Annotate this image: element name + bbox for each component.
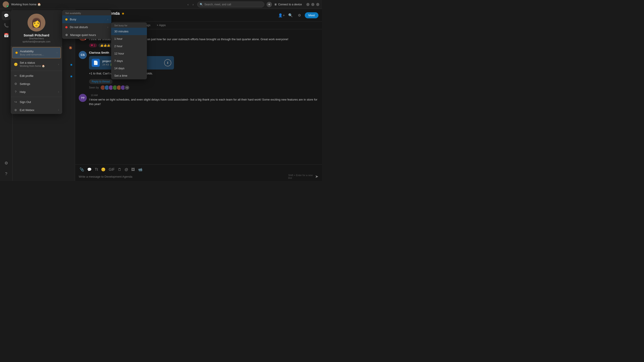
- avail-item-dnd[interactable]: Do not disturb ›: [62, 23, 111, 31]
- busy-item-30min[interactable]: 30 minutes: [111, 28, 147, 35]
- sign-out-label: Sign Out: [20, 100, 31, 104]
- avail-item-busy[interactable]: Busy ›: [62, 15, 111, 23]
- video-icon[interactable]: 📹: [137, 166, 143, 173]
- menu-divider: [11, 71, 62, 71]
- busy-dot: [65, 18, 68, 20]
- chevron-right-icon: ›: [58, 63, 59, 66]
- titlebar: Working from home 🏠 ‹ › 🔍 Search, meet, …: [0, 0, 322, 9]
- sidebar-calendar-icon[interactable]: 📅: [2, 31, 11, 40]
- edit-icon: ✏: [14, 74, 18, 77]
- unread-dot: [70, 64, 72, 66]
- chevron-right-icon: ›: [56, 51, 58, 54]
- mute-icon: 🔕: [69, 46, 72, 49]
- star-icon[interactable]: ★: [122, 11, 124, 16]
- close-button[interactable]: ×: [316, 3, 319, 6]
- avail-quiet-label: Manage quiet hours: [70, 33, 96, 37]
- search-bar[interactable]: 🔍 Search, meet, and call: [197, 1, 264, 7]
- mention-icon[interactable]: @: [124, 167, 129, 173]
- file-size: 24 KB: [102, 63, 109, 66]
- avail-header: Set availability: [62, 10, 111, 15]
- availability-label: Availability: [20, 50, 44, 53]
- search-chat-icon[interactable]: 🔍: [287, 12, 294, 19]
- set-status-label: Set a status: [20, 61, 45, 64]
- tab-apps[interactable]: + Apps: [154, 22, 168, 29]
- menu-divider: [11, 97, 62, 97]
- busy-item-7days[interactable]: 7 days: [111, 57, 147, 64]
- sidebar-calls-icon[interactable]: 📞: [2, 21, 11, 30]
- seen-more: +2: [124, 85, 130, 90]
- sender-name: Clarissa Smith: [89, 51, 109, 54]
- busy-item-2hour[interactable]: 2 hour: [111, 42, 147, 50]
- reaction-heart[interactable]: ❤ 1: [89, 43, 97, 47]
- chat-toolbar: 📎 💬 Tt 😊 GIF 🗒 @ 🖼 📹: [79, 166, 318, 173]
- reply-thread-button[interactable]: Reply to thread: [89, 79, 112, 84]
- emoji-icon[interactable]: 😊: [100, 166, 106, 173]
- settings-icon[interactable]: ⚙: [2, 159, 11, 168]
- search-placeholder: Search, meet, and call: [204, 3, 231, 6]
- titlebar-title: Working from home 🏠: [11, 3, 184, 6]
- message-time: 10 AM: [91, 94, 98, 96]
- profile-menu: 👩 Sonali Pritchard She/Her/Hers spritcha…: [11, 10, 62, 114]
- help-icon[interactable]: ?: [2, 169, 11, 178]
- menu-item-exit[interactable]: ⊗ Exit Webex ›: [11, 106, 62, 114]
- chevron-right-icon: ›: [107, 18, 108, 21]
- maximize-button[interactable]: □: [311, 3, 314, 6]
- connect-device[interactable]: 🖥 Connect to a device: [274, 3, 302, 6]
- thread-icon[interactable]: 💬: [86, 166, 92, 173]
- avail-dnd-label: Do not disturb: [70, 25, 88, 29]
- format-icon[interactable]: Tt: [94, 167, 99, 173]
- chevron-right-icon: ›: [58, 90, 59, 93]
- titlebar-avatar[interactable]: [3, 1, 9, 7]
- image-icon[interactable]: 🖼: [130, 167, 136, 173]
- message-input[interactable]: [79, 174, 286, 179]
- gif-icon[interactable]: GIF: [108, 167, 116, 173]
- avail-busy-label: Busy: [70, 18, 76, 21]
- edit-profile-label: Edit profile: [20, 74, 33, 77]
- message-text: I know we're on tight schedules, and eve…: [89, 97, 318, 106]
- back-button[interactable]: ‹: [186, 2, 190, 7]
- table-row: ?? 10 AM I know we're on tight schedules…: [79, 94, 318, 106]
- attach-icon[interactable]: 📎: [79, 166, 85, 173]
- menu-item-set-status[interactable]: 😊 Set a status Working from home 🏠 ›: [11, 59, 62, 70]
- profile-email: spritchard@example.com: [22, 40, 50, 43]
- send-button[interactable]: ➤: [315, 174, 318, 179]
- menu-item-availability[interactable]: Availability Busy until tomorrow,... ›: [12, 47, 61, 58]
- menu-item-settings[interactable]: ⚙ Settings: [11, 80, 62, 88]
- avail-item-quiet[interactable]: ⚙ Manage quiet hours: [62, 31, 111, 39]
- busy-dot: [16, 52, 18, 54]
- settings-chat-icon[interactable]: ⚙: [296, 12, 303, 19]
- availability-submenu: Set availability Busy › Do not disturb ›…: [62, 10, 111, 39]
- meet-button[interactable]: Meet: [305, 12, 318, 18]
- busy-header: Set busy for: [111, 22, 147, 28]
- chat-header: Development Agenda ★ ENG Deployment 👤+ 🔍…: [75, 9, 322, 22]
- sidebar-bottom: ⚙ ?: [2, 159, 11, 181]
- chat-header-actions: 👤+ 🔍 ⚙ Meet: [278, 12, 318, 19]
- forward-button[interactable]: ›: [191, 2, 195, 7]
- help-label: Help: [20, 90, 26, 94]
- menu-item-edit-profile[interactable]: ✏ Edit profile: [11, 72, 62, 80]
- sidebar-messages-icon[interactable]: 💬: [2, 11, 11, 20]
- avatar: CS: [79, 51, 87, 59]
- titlebar-nav: ‹ ›: [186, 2, 195, 7]
- unread-dot: [70, 75, 72, 77]
- set-status-sub: Working from home 🏠: [20, 64, 45, 67]
- profile-photo: 👩: [28, 14, 46, 31]
- sign-out-icon: ↪: [14, 100, 18, 104]
- minimize-button[interactable]: −: [306, 3, 310, 6]
- menu-item-sign-out[interactable]: ↪ Sign Out: [11, 98, 62, 106]
- avatar: ??: [79, 94, 87, 102]
- chevron-right-icon: ›: [107, 26, 108, 29]
- settings-label: Settings: [20, 82, 30, 86]
- menu-item-help[interactable]: ? Help ›: [11, 88, 62, 96]
- whiteboard-icon[interactable]: 🗒: [117, 167, 122, 173]
- add-button[interactable]: +: [266, 2, 272, 7]
- busy-item-14days[interactable]: 14 days: [111, 64, 147, 72]
- search-icon: 🔍: [200, 3, 203, 6]
- busy-item-12hour[interactable]: 12 hour: [111, 50, 147, 57]
- busy-item-set-time[interactable]: Set a time: [111, 72, 147, 79]
- download-button[interactable]: ⬇: [164, 59, 171, 66]
- add-member-icon[interactable]: 👤+: [278, 12, 285, 19]
- profile-name: Sonali Pritchard: [24, 33, 49, 37]
- busy-item-1hour[interactable]: 1 hour: [111, 35, 147, 42]
- profile-header: 👩 Sonali Pritchard She/Her/Hers spritcha…: [11, 10, 62, 47]
